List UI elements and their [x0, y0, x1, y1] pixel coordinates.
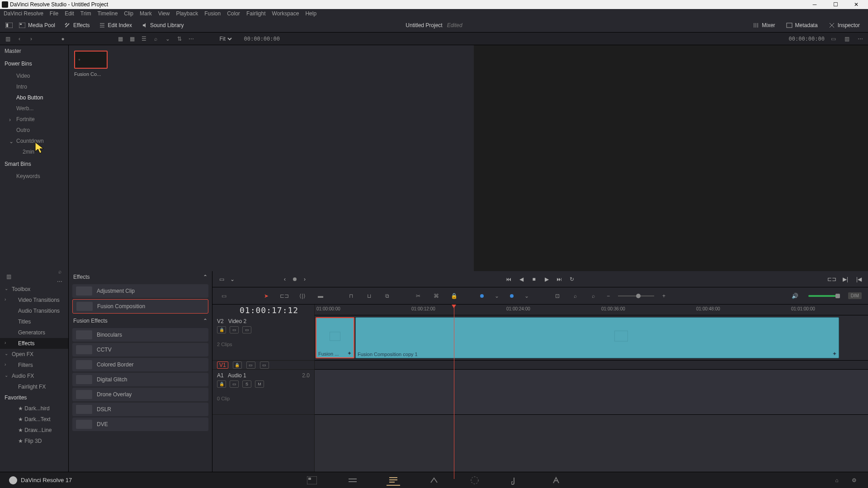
- tree-filters[interactable]: ›Filters: [0, 360, 68, 371]
- sound-library-button[interactable]: Sound Library: [137, 20, 189, 30]
- trim-tool-icon[interactable]: ⊏⊐: [279, 291, 289, 301]
- solo-button[interactable]: S: [242, 380, 251, 388]
- timeline-timecode[interactable]: 01:00:17:12: [240, 305, 298, 315]
- fusion-page-icon[interactable]: [427, 475, 441, 486]
- volume-slider[interactable]: [808, 295, 840, 297]
- menu-item[interactable]: View: [158, 10, 170, 17]
- zoom-fit-icon[interactable]: ⊡: [552, 291, 562, 301]
- forward-icon[interactable]: ›: [26, 34, 36, 44]
- fit-select[interactable]: Fit: [218, 35, 233, 42]
- panel-right-icon[interactable]: ▥: [842, 34, 852, 44]
- effects-button[interactable]: Effects: [60, 20, 94, 30]
- ruler[interactable]: 01:00:00:00 01:00:12:00 01:00:24:00 01:0…: [315, 305, 868, 315]
- audio-toggle-icon[interactable]: ▭: [230, 380, 239, 388]
- chevron-down-icon[interactable]: ⌄: [492, 291, 502, 301]
- menu-item[interactable]: DaVinci Resolve: [4, 10, 43, 17]
- flag-icon[interactable]: [480, 294, 484, 298]
- track-toggle-icon[interactable]: ▭: [260, 361, 269, 369]
- zoom-minus[interactable]: −: [607, 293, 610, 299]
- panel-toggle-icon[interactable]: ▥: [3, 34, 13, 44]
- bin-item[interactable]: Video: [0, 70, 68, 81]
- inspector-button[interactable]: Inspector: [824, 20, 864, 30]
- in-out-icon[interactable]: ⊏⊐: [827, 275, 836, 284]
- bin-item-selected[interactable]: Abo Button: [0, 92, 68, 103]
- marker-color-icon[interactable]: [510, 294, 514, 298]
- more-icon[interactable]: ⋯: [186, 34, 196, 44]
- zoom-detail-icon[interactable]: ⌕: [571, 291, 580, 301]
- fx-category[interactable]: Effects⌃: [69, 271, 212, 283]
- clip-selected[interactable]: Fusion ... ✦: [316, 317, 354, 358]
- tree-effects[interactable]: ›Effects: [0, 338, 68, 349]
- chevron-down-icon[interactable]: ⌄: [228, 275, 237, 284]
- fav-item[interactable]: ★ Dark...hird: [0, 403, 68, 414]
- tree-generators[interactable]: Generators: [0, 327, 68, 338]
- volume-icon[interactable]: 🔊: [790, 291, 800, 301]
- track-lane-v2[interactable]: Fusion ... ✦ Fusion Composition copy 1 ✦: [315, 315, 868, 361]
- fairlight-page-icon[interactable]: [509, 475, 522, 486]
- fx-category[interactable]: Fusion Effects⌃: [69, 315, 212, 327]
- thumb-view-icon[interactable]: ▦: [116, 34, 126, 44]
- stop-button[interactable]: ■: [529, 275, 538, 284]
- timeline-view-icon[interactable]: ▭: [219, 291, 229, 301]
- track-header-v2[interactable]: V2 Video 2 🔒 ▭ ▭ 2 Clips: [212, 315, 314, 361]
- viewer[interactable]: [474, 45, 868, 271]
- menu-item[interactable]: Fairlight: [246, 10, 266, 17]
- cut-page-icon[interactable]: [346, 475, 359, 486]
- menu-item[interactable]: Fusion: [204, 10, 221, 17]
- master-bin[interactable]: Master: [0, 45, 68, 57]
- power-bins-heading[interactable]: Power Bins: [0, 57, 68, 70]
- menu-item[interactable]: File: [50, 10, 58, 17]
- maximize-button[interactable]: ☐: [826, 0, 845, 9]
- blade-tool-icon[interactable]: ▬: [316, 291, 326, 301]
- metadata-button[interactable]: Metadata: [782, 20, 822, 30]
- menu-item[interactable]: Color: [227, 10, 240, 17]
- menu-item[interactable]: Workspace: [272, 10, 299, 17]
- settings-icon[interactable]: ⚙: [849, 475, 859, 485]
- menu-item[interactable]: Mark: [140, 10, 152, 17]
- sort-icon[interactable]: ⇅: [175, 34, 184, 44]
- track-header-v1[interactable]: V1 🔒 ▭ ▭: [212, 361, 314, 370]
- bin-sub-item[interactable]: 2min: [0, 146, 68, 157]
- fav-item[interactable]: ★ Flip 3D: [0, 436, 68, 446]
- insert-icon[interactable]: ⊓: [346, 291, 356, 301]
- fx-item[interactable]: Digital Glitch: [72, 373, 208, 386]
- smart-bins-heading[interactable]: Smart Bins: [0, 157, 68, 171]
- layout-icon[interactable]: [4, 20, 14, 31]
- edit-page-icon[interactable]: [387, 475, 400, 486]
- dot-icon[interactable]: ●: [58, 34, 68, 44]
- fx-item[interactable]: Adjustment Clip: [72, 284, 208, 298]
- track-header-a1[interactable]: A1 Audio 12.0 🔒 ▭ S M 0 Clip: [212, 370, 314, 415]
- media-page-icon[interactable]: [305, 475, 319, 486]
- lock-icon[interactable]: 🔒: [217, 380, 226, 388]
- lock-icon[interactable]: 🔒: [233, 361, 242, 369]
- back-icon[interactable]: ‹: [14, 34, 24, 44]
- grid-view-icon[interactable]: ▦: [127, 34, 137, 44]
- menu-item[interactable]: Trim: [80, 10, 91, 17]
- home-icon[interactable]: ⌂: [832, 475, 842, 485]
- fx-item[interactable]: CCTV: [72, 343, 208, 357]
- prev-frame-button[interactable]: ◀: [517, 275, 526, 284]
- panel-toggle-icon[interactable]: ▥: [4, 272, 14, 282]
- lock-icon[interactable]: 🔒: [217, 326, 226, 333]
- loop-button[interactable]: ↻: [567, 275, 576, 284]
- mute-button[interactable]: M: [255, 380, 264, 388]
- menu-item[interactable]: Edit: [65, 10, 74, 17]
- marker-icon[interactable]: ▭: [217, 275, 226, 284]
- tree-titles[interactable]: Titles: [0, 316, 68, 327]
- media-pool[interactable]: Fusion Co...: [69, 45, 474, 271]
- media-pool-button[interactable]: Media Pool: [14, 20, 60, 30]
- prev-mark-icon[interactable]: ‹: [280, 275, 289, 284]
- edit-index-button[interactable]: Edit Index: [94, 20, 137, 30]
- tree-toolbox[interactable]: ⌄Toolbox: [0, 284, 68, 295]
- tracks-area[interactable]: 01:00:00:00 01:00:12:00 01:00:24:00 01:0…: [315, 305, 868, 479]
- fav-item[interactable]: ★ Dark...Text: [0, 414, 68, 425]
- deliver-page-icon[interactable]: [549, 475, 563, 486]
- mixer-button[interactable]: Mixer: [748, 20, 779, 30]
- video-toggle-icon[interactable]: ▭: [246, 361, 255, 369]
- first-frame-button[interactable]: ⏮: [504, 275, 513, 284]
- zoom-plus[interactable]: +: [662, 293, 665, 299]
- playhead[interactable]: [454, 305, 454, 479]
- fx-item-selected[interactable]: Fusion Composition: [72, 299, 208, 314]
- link-icon[interactable]: ⌘: [431, 291, 441, 301]
- tree-audiofx[interactable]: ⌄Audio FX: [0, 371, 68, 381]
